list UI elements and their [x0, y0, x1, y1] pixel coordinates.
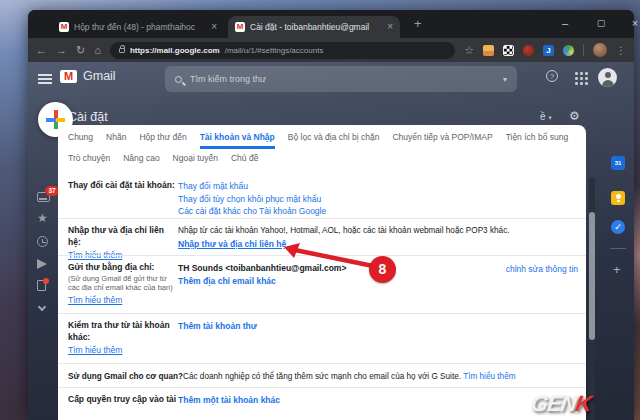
sent-icon[interactable] [37, 259, 47, 269]
search-options-caret-icon[interactable]: ▾ [503, 75, 507, 84]
lock-icon [119, 48, 125, 53]
extension-qr-icon[interactable] [503, 45, 514, 56]
inbox-unread-badge: 37 [45, 186, 59, 196]
tab-close-icon[interactable]: × [387, 22, 393, 32]
password-recovery-link[interactable]: Thay đổi tùy chọn khôi phục mật khẩu [178, 193, 576, 206]
row-description: Các doanh nghiệp có thể tăng thêm sức mạ… [183, 372, 461, 381]
tab-addons[interactable]: Tiện ích bổ sung [506, 132, 569, 149]
reload-icon[interactable]: ↻ [76, 45, 85, 56]
tab-advanced[interactable]: Nâng cao [123, 153, 159, 167]
gmail-favicon [235, 22, 245, 32]
row-check-mail-other-accounts: Kiểm tra thư từ tài khoản khác: Tìm hiểu… [58, 313, 586, 363]
url-host: https://mail.google.com [130, 46, 220, 55]
browser-tab-inbox[interactable]: Hộp thư đến (48) - phamthaihoc × [52, 16, 224, 38]
hamburger-menu-icon[interactable] [38, 74, 52, 84]
extension-orange-icon[interactable] [483, 45, 494, 56]
browser-tab-settings[interactable]: Cài đặt - toibanbanhtieu@gmail × [228, 16, 400, 38]
tab-chat[interactable]: Trò chuyện [68, 153, 110, 167]
window-close-button[interactable]: × [620, 12, 640, 34]
drafts-icon[interactable] [37, 280, 46, 291]
forward-icon[interactable]: → [56, 45, 67, 56]
page-title: Cài đặt [68, 110, 108, 124]
more-chevron-icon[interactable] [38, 303, 46, 311]
gmail-wordmark: Gmail [83, 69, 116, 83]
row-label: Nhập thư và địa chỉ liên hệ: [68, 225, 164, 247]
tasks-icon[interactable]: ✓ [611, 220, 625, 234]
tab-labels[interactable]: Nhãn [106, 132, 126, 149]
tab-close-icon[interactable]: × [211, 22, 217, 32]
panel-divider [610, 248, 626, 249]
search-icon [175, 76, 182, 83]
extension-shield-icon[interactable] [523, 45, 534, 56]
window-minimize-button[interactable]: – [550, 12, 580, 34]
row-label: Kiểm tra thư từ tài khoản khác: [68, 320, 170, 342]
bookmark-star-icon[interactable]: ☆ [464, 44, 474, 57]
genk-watermark: GENK [529, 391, 592, 417]
tab-general[interactable]: Chung [68, 132, 93, 149]
row-label: Gửi thư bằng địa chỉ: [68, 262, 154, 272]
calendar-icon[interactable]: 31 [611, 156, 625, 170]
other-google-settings-link[interactable]: Các cài đặt khác cho Tài khoản Google [178, 205, 576, 218]
scrollbar-thumb[interactable] [589, 212, 595, 340]
tab-title: Cài đặt - toibanbanhtieu@gmail [250, 22, 382, 32]
tab-filters[interactable]: Bộ lọc và địa chỉ bị chặn [288, 132, 380, 149]
row-label: Thay đổi cài đặt tài khoản: [68, 180, 178, 218]
extension-j-icon[interactable]: J [543, 45, 554, 56]
browser-profile-avatar[interactable] [593, 43, 607, 57]
toolbar-divider [583, 44, 584, 56]
edit-info-link[interactable]: chỉnh sửa thông tin [506, 264, 578, 274]
input-tools-caret-icon: ▾ [548, 114, 552, 121]
change-password-link[interactable]: Thay đổi mật khẩu [178, 180, 576, 193]
search-bar[interactable]: ▾ [165, 66, 517, 92]
row-grant-access: Cấp quyền truy cập vào tài Thêm một tài … [58, 387, 586, 420]
tab-forwarding[interactable]: Chuyển tiếp và POP/IMAP [392, 132, 492, 149]
search-input[interactable] [190, 74, 495, 84]
help-icon[interactable]: ? [546, 70, 558, 82]
account-avatar[interactable] [598, 68, 617, 87]
row-sublabel: (Sử dụng Gmail để gửi thư từ các địa chỉ… [68, 274, 178, 293]
row-change-account-settings: Thay đổi cài đặt tài khoản: Thay đổi mật… [58, 174, 586, 218]
back-icon[interactable]: ← [36, 45, 47, 56]
row-description: Nhập từ các tài khoản Yahoo!, Hotmail, A… [178, 225, 576, 238]
tab-title: Hộp thư đến (48) - phamthaihoc [74, 22, 206, 32]
starred-icon[interactable]: ★ [37, 212, 48, 224]
browser-menu-icon[interactable]: ⋮ [616, 45, 626, 56]
gmail-logo [60, 70, 77, 83]
add-mail-account-link[interactable]: Thêm tài khoản thư [178, 320, 576, 333]
input-tools-button[interactable]: ề ▾ [540, 111, 552, 122]
annotation-step-badge: 8 [369, 256, 396, 283]
window-maximize-button[interactable]: ▢ [586, 12, 616, 34]
address-bar[interactable]: https://mail.google.com/mail/u/1/#settin… [110, 42, 455, 59]
add-another-account-link[interactable]: Thêm một tài khoản khác [178, 394, 576, 407]
new-tab-button[interactable]: + [414, 16, 422, 31]
home-icon[interactable]: ⌂ [94, 45, 101, 56]
settings-gear-icon[interactable]: ⚙ [569, 109, 580, 123]
settings-tabs-row1: Chung Nhãn Hộp thư đến Tài khoản và Nhập… [58, 125, 586, 149]
apps-grid-icon[interactable] [575, 72, 578, 75]
extension-swirl-icon[interactable] [563, 45, 574, 56]
learn-more-link[interactable]: Tìm hiểu thêm [68, 345, 178, 357]
tab-offline[interactable]: Ngoại tuyến [173, 153, 218, 167]
gmail-favicon [59, 22, 69, 32]
get-addons-icon[interactable]: + [613, 262, 621, 277]
settings-tabs-row2: Trò chuyện Nâng cao Ngoại tuyến Chủ đề [58, 149, 586, 174]
row-label: Cấp quyền truy cập vào tài [68, 394, 178, 420]
tab-inbox[interactable]: Hộp thư đến [139, 132, 186, 149]
keep-icon[interactable] [611, 191, 625, 205]
learn-more-link[interactable]: Tìm hiểu thêm [68, 295, 178, 307]
row-gmail-for-work: Sử dụng Gmail cho cơ quan?Các doanh nghi… [58, 363, 586, 387]
browser-window: Hộp thư đến (48) - phamthaihoc × Cài đặt… [28, 10, 634, 420]
url-path: /mail/u/1/#settings/accounts [225, 46, 324, 55]
browser-toolbar: ← → ↻ ⌂ https://mail.google.com/mail/u/1… [28, 38, 634, 62]
browser-tab-bar: Hộp thư đến (48) - phamthaihoc × Cài đặt… [28, 10, 634, 38]
learn-more-link[interactable]: Tìm hiểu thêm [463, 372, 515, 381]
snoozed-icon[interactable] [37, 236, 48, 247]
tab-accounts-import[interactable]: Tài khoản và Nhập [200, 132, 275, 149]
row-label: Sử dụng Gmail cho cơ quan? [68, 372, 183, 381]
tab-themes[interactable]: Chủ đề [231, 153, 258, 167]
